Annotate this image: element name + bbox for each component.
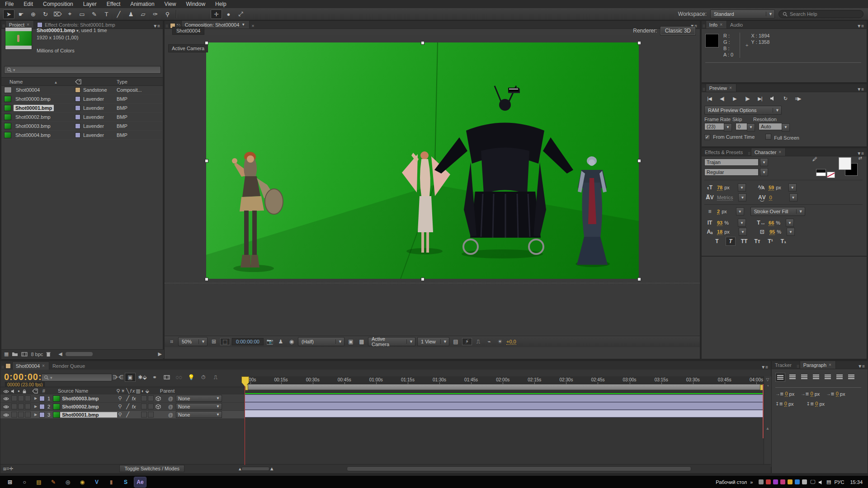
tool-button[interactable]: ♟ <box>125 9 137 19</box>
vertical-scale-value[interactable]: 93 <box>717 220 722 226</box>
tab-paragraph[interactable]: Paragraph× <box>800 361 836 369</box>
tool-button[interactable]: ⊕ <box>28 9 39 19</box>
axis-mode-button[interactable]: ⤢ <box>235 9 246 19</box>
tool-button[interactable]: ↻ <box>40 9 51 19</box>
expand-arrow-icon[interactable]: ▶ <box>34 396 37 400</box>
audio-toggle[interactable] <box>11 412 17 418</box>
selection-handle[interactable] <box>205 159 208 163</box>
transport-button[interactable]: ▶ <box>730 94 740 103</box>
desktop-toolbar-label[interactable]: Рабочий стол <box>716 479 747 485</box>
selection-handle[interactable] <box>205 41 208 45</box>
tab-timeline-comp[interactable]: Shot00004× <box>12 361 49 370</box>
comp-flowchart-icon[interactable]: ⌁ <box>485 338 494 345</box>
eye-icon[interactable] <box>3 412 9 418</box>
layer-row[interactable]: ▶ 2 Shot00002.bmp ⚲ ╱ fx @ None▼ <box>0 403 245 411</box>
brainstorm-icon[interactable]: 💡 <box>186 373 197 382</box>
close-icon[interactable]: × <box>27 22 29 27</box>
menu-item[interactable]: File <box>0 0 19 8</box>
solo-toggle[interactable] <box>18 395 24 401</box>
auto-keyframe-icon[interactable]: ⏱ <box>198 373 209 382</box>
parent-dropdown[interactable]: None▼ <box>176 411 222 418</box>
zoom-in-icon[interactable]: ▲ <box>269 466 274 471</box>
horizontal-scrollbar[interactable] <box>66 352 93 356</box>
tray-icon[interactable] <box>795 479 800 484</box>
channels-icon[interactable]: ◉ <box>287 338 296 345</box>
frame-blend-switch[interactable] <box>141 412 147 418</box>
work-area-bar[interactable] <box>245 384 764 390</box>
menu-item[interactable]: Window <box>181 0 210 8</box>
new-folder-icon[interactable] <box>12 352 18 357</box>
cube-switch[interactable] <box>156 404 163 409</box>
transport-button[interactable]: |◀ <box>704 94 714 103</box>
solo-toggle[interactable] <box>18 404 24 409</box>
from-current-time-checkbox[interactable]: ✓From Current Time <box>704 134 755 140</box>
layer-duration-bar[interactable] <box>245 394 764 402</box>
tool-button[interactable]: ✑ <box>150 9 161 19</box>
transparency-grid-icon[interactable]: ▩ <box>357 338 366 345</box>
target-region-icon[interactable]: ▣ <box>346 338 355 345</box>
kerning-value[interactable]: Metrics <box>717 195 733 201</box>
snapshot-icon[interactable]: 📷 <box>265 338 274 345</box>
quality-switch[interactable]: ╱ <box>126 404 129 409</box>
layer-label-swatch[interactable] <box>39 412 45 418</box>
tool-button[interactable]: T <box>101 9 112 19</box>
current-time-indicator-line[interactable] <box>245 376 245 465</box>
transport-button[interactable]: |▶ <box>742 94 752 103</box>
eye-icon[interactable] <box>3 404 9 409</box>
pickwhip-icon[interactable]: @ <box>168 404 173 409</box>
motion-blur-switch[interactable] <box>148 395 154 401</box>
switches-columns[interactable]: ⚲☀╲fx▥◐⬙ <box>116 388 150 394</box>
taskbar-app-button[interactable]: ▤ <box>33 477 45 487</box>
video-column-icon[interactable] <box>3 388 9 394</box>
type-style-button[interactable]: T <box>726 237 736 246</box>
graph-editor-icon[interactable]: ⎍ <box>210 373 221 382</box>
shy-switch[interactable]: ⚲ <box>118 412 122 418</box>
selection-handle[interactable] <box>205 277 208 281</box>
audio-mute-icon[interactable] <box>768 94 778 103</box>
column-type[interactable]: Type <box>117 79 163 84</box>
chevron-down-icon[interactable]: ▼ <box>724 123 732 131</box>
clock[interactable]: 15:34 <box>850 479 863 485</box>
resolution-field[interactable]: Auto <box>759 123 782 130</box>
renderer-button[interactable]: Classic 3D <box>660 27 695 35</box>
justify-last-left-button[interactable] <box>811 373 821 381</box>
baseline-shift-value[interactable]: 18 <box>717 229 722 235</box>
tab-audio[interactable]: Audio <box>727 21 747 28</box>
label-swatch[interactable] <box>75 96 80 102</box>
frame-blend-icon[interactable] <box>161 373 172 382</box>
timeline-horizontal-scrollbar[interactable] <box>347 466 691 471</box>
tray-icon[interactable] <box>773 479 778 484</box>
loop-icon[interactable]: ↻ <box>780 94 790 103</box>
horizontal-scale-value[interactable]: 66 <box>769 220 774 226</box>
label-swatch[interactable] <box>75 87 80 93</box>
full-screen-checkbox[interactable]: Full Screen <box>765 134 799 141</box>
tab-character[interactable]: Character× <box>751 148 786 156</box>
view-layout-dropdown[interactable]: 1 View▼ <box>417 337 449 346</box>
timeline-search-input[interactable]: ▾ <box>41 374 112 381</box>
comp-breadcrumb[interactable]: Shot00004 <box>172 27 204 35</box>
parent-dropdown[interactable]: None▼ <box>176 395 222 402</box>
layer-duration-bar[interactable] <box>245 402 764 410</box>
tab-info[interactable]: Info× <box>706 20 727 28</box>
indent-field[interactable]: →≣0px <box>775 391 794 397</box>
live-update-icon[interactable]: ▣ <box>125 373 136 382</box>
comp-button-icon[interactable]: ◔ <box>764 383 771 389</box>
fx-switch[interactable]: fx <box>132 404 139 409</box>
layer-label-swatch[interactable] <box>39 404 45 409</box>
type-style-button[interactable]: T₁ <box>779 237 788 245</box>
expand-arrow-icon[interactable]: ▶ <box>34 413 37 417</box>
language-indicator[interactable]: РУС <box>834 479 844 485</box>
grid-view-icon[interactable]: ▦ <box>4 351 9 357</box>
timeline-zoom-slider[interactable] <box>241 467 269 471</box>
panel-menu-icon[interactable]: ▼≡ <box>150 23 163 28</box>
skip-field[interactable]: 0 <box>736 123 747 130</box>
tray-icon[interactable] <box>759 479 764 484</box>
audio-toggle[interactable] <box>11 404 17 409</box>
type-style-button[interactable]: Tᴛ <box>753 237 762 245</box>
expand-layers-icon[interactable]: ⧈ <box>3 466 6 472</box>
tab-render-queue[interactable]: Render Queue <box>49 362 89 370</box>
no-color-swatch[interactable] <box>827 172 835 178</box>
stroke-style-dropdown[interactable]: Stroke Over Fill▼ <box>750 207 805 216</box>
audio-column-icon[interactable] <box>11 388 15 394</box>
selection-handle[interactable] <box>637 41 641 45</box>
